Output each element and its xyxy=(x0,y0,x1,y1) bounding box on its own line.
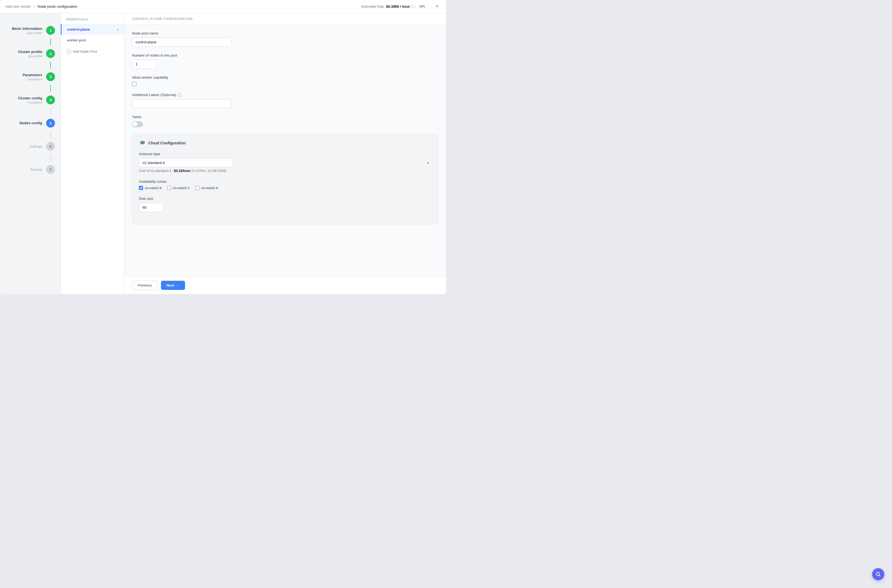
instance-type-select[interactable]: n1-standard-1 n1-standard-2 n1-standard-… xyxy=(139,158,233,167)
cloud-config-header: Cloud Configuration xyxy=(139,140,431,146)
step-connector-4-5 xyxy=(50,108,51,115)
step-title-2: Cluster profile xyxy=(18,50,42,54)
az-label-us-east1-c: us-east1-c xyxy=(173,186,190,190)
info-icon[interactable]: i xyxy=(411,5,415,9)
nodepool-name-worker-pool: worker-pool xyxy=(67,38,86,42)
step-item-5[interactable]: Nodes config 5 xyxy=(0,115,60,131)
form-group-allow-worker: Allow worker capability xyxy=(132,75,438,86)
taints-toggle[interactable] xyxy=(132,121,143,127)
estimated-rate: Estimated Rate: $0.3866 / hour i xyxy=(362,4,415,9)
form-group-instance-type: Instance type n1-standard-1 n1-standard-… xyxy=(139,152,431,173)
step-subtitle-2: gcp-profile xyxy=(18,54,42,58)
step-badge-4: 4 xyxy=(46,96,55,104)
add-nodepool-label: Add Node Pool xyxy=(73,50,97,54)
config-footer: Previous Next → xyxy=(124,276,446,294)
main-content: Basic information gcp-cluster 1 Cluster … xyxy=(0,13,446,294)
az-checkbox-us-east1-d[interactable] xyxy=(195,186,200,190)
additional-labels-label-row: Additional Labels (Optional) i xyxy=(132,93,438,97)
select-chevron-icon: ▾ xyxy=(427,161,429,165)
step-content-5: Nodes config xyxy=(20,121,42,126)
availability-zones-list: us-east1-b us-east1-c us-east1-d xyxy=(139,186,431,190)
num-nodes-label: Number of nodes in the pool xyxy=(132,53,438,57)
step-item-4[interactable]: Cluster config Completed 4 xyxy=(0,92,60,108)
previous-button[interactable]: Previous xyxy=(132,280,158,290)
form-group-taints: Taints xyxy=(132,115,438,127)
az-checkbox-us-east1-b[interactable] xyxy=(139,186,143,190)
additional-labels-info-icon[interactable]: i xyxy=(178,93,182,97)
nodepool-name-control-plane: control-plane xyxy=(67,27,90,32)
step-connector-1-2 xyxy=(50,39,51,45)
step-subtitle-4: Completed xyxy=(18,101,42,104)
az-item-us-east1-b[interactable]: us-east1-b xyxy=(139,186,162,190)
step-badge-3: 3 xyxy=(46,72,55,81)
next-button[interactable]: Next → xyxy=(161,281,185,290)
availability-zones-label: Availability zones xyxy=(139,179,431,184)
titlebar-breadcrumb-area: Add new cluster > Node pools configurati… xyxy=(6,4,77,9)
step-connector-3-4 xyxy=(50,85,51,92)
allow-worker-label: Allow worker capability xyxy=(132,75,438,80)
step-item-7[interactable]: Review 7 xyxy=(0,161,60,178)
nodepool-item-worker-pool[interactable]: worker-pool xyxy=(61,35,124,45)
step-content-2: Cluster profile gcp-profile xyxy=(18,50,42,58)
gcp-logo-icon xyxy=(139,140,146,146)
form-group-additional-labels: Additional Labels (Optional) i xyxy=(132,93,438,108)
az-checkbox-us-east1-c[interactable] xyxy=(167,186,171,190)
close-button[interactable]: × xyxy=(434,3,440,10)
step-content-7: Review xyxy=(30,168,42,172)
step-title-3: Parameters xyxy=(23,73,42,77)
config-header: CONTROL-PLANE CONFIGURATION xyxy=(124,13,446,25)
taints-toggle-wrapper xyxy=(132,121,438,127)
form-group-disk-size: Disk size xyxy=(139,196,431,212)
az-item-us-east1-d[interactable]: us-east1-d xyxy=(195,186,218,190)
step-connector-6-7 xyxy=(50,154,51,161)
estimated-rate-label: Estimated Rate: xyxy=(362,5,385,9)
step-item-2[interactable]: Cluster profile gcp-profile 2 xyxy=(0,45,60,62)
api-link[interactable]: API xyxy=(419,5,425,9)
instance-type-label: Instance type xyxy=(139,152,431,156)
additional-labels-label: Additional Labels (Optional) xyxy=(132,93,176,97)
step-item-1[interactable]: Basic information gcp-cluster 1 xyxy=(0,22,60,39)
sidebar-stepper: Basic information gcp-cluster 1 Cluster … xyxy=(0,13,61,294)
step-badge-5: 5 xyxy=(46,119,55,128)
step-badge-1: 1 xyxy=(46,26,55,35)
cost-text: Cost of n1-standard-4 - $0.19/hour (4 vC… xyxy=(139,169,431,173)
config-body: Node pool name Number of nodes in the po… xyxy=(124,25,446,276)
nodepool-item-control-plane[interactable]: control-plane › xyxy=(61,24,124,35)
add-nodepool-button[interactable]: + Add Node Pool xyxy=(61,45,124,57)
config-area: CONTROL-PLANE CONFIGURATION Node pool na… xyxy=(124,13,446,294)
num-nodes-input[interactable] xyxy=(132,60,157,69)
estimated-rate-value: $0.3866 / hour xyxy=(386,4,410,9)
breadcrumb-home[interactable]: Add new cluster xyxy=(6,4,31,9)
disk-size-input[interactable] xyxy=(139,203,164,212)
step-subtitle-1: gcp-cluster xyxy=(12,31,42,34)
config-section-title: CONTROL-PLANE CONFIGURATION xyxy=(132,17,438,20)
az-label-us-east1-d: us-east1-d xyxy=(201,186,218,190)
step-title-4: Cluster config xyxy=(18,96,42,100)
titlebar: Add new cluster > Node pools configurati… xyxy=(0,0,446,13)
allow-worker-checkbox[interactable] xyxy=(132,82,137,86)
nodepools-header: NODEPOOLS xyxy=(61,13,124,24)
additional-labels-input[interactable] xyxy=(132,99,231,108)
step-title-1: Basic information xyxy=(12,27,42,31)
instance-type-select-wrapper: n1-standard-1 n1-standard-2 n1-standard-… xyxy=(139,158,431,167)
step-content-3: Parameters Completed xyxy=(23,73,42,81)
step-badge-7: 7 xyxy=(46,165,55,174)
step-badge-6: 6 xyxy=(46,142,55,151)
step-title-7: Review xyxy=(30,168,42,172)
breadcrumb-separator: > xyxy=(33,4,36,9)
next-button-label: Next xyxy=(167,283,174,287)
step-title-6: Settings xyxy=(29,144,42,148)
step-connector-2-3 xyxy=(50,62,51,69)
node-pool-name-input[interactable] xyxy=(132,38,231,46)
node-pool-name-label: Node pool name xyxy=(132,31,438,35)
next-arrow-icon: → xyxy=(176,283,180,287)
form-group-node-pool-name: Node pool name xyxy=(132,31,438,46)
cloud-config-title: Cloud Configuration xyxy=(148,141,186,145)
step-item-3[interactable]: Parameters Completed 3 xyxy=(0,69,60,85)
step-item-6[interactable]: Settings 6 xyxy=(0,138,60,154)
step-content-1: Basic information gcp-cluster xyxy=(12,27,42,34)
plus-circle-icon: + xyxy=(66,49,71,54)
step-content-6: Settings xyxy=(29,144,42,148)
az-item-us-east1-c[interactable]: us-east1-c xyxy=(167,186,190,190)
form-group-num-nodes: Number of nodes in the pool xyxy=(132,53,438,69)
